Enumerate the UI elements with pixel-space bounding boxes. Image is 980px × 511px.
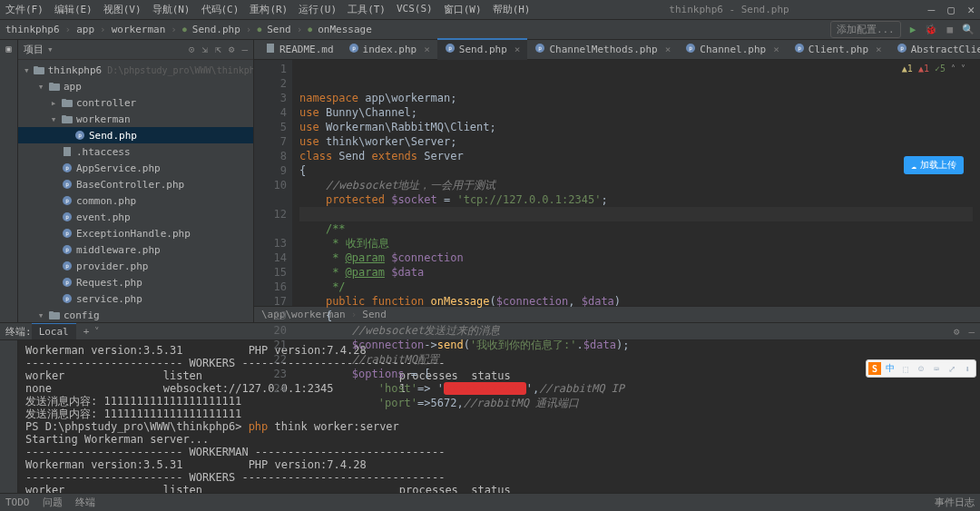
ime-button[interactable]: ⬇ [961, 362, 974, 375]
tree-row[interactable]: pSend.php [18, 127, 253, 143]
breadcrumb-item[interactable]: workerman [112, 24, 166, 35]
menu-item[interactable]: 重构(R) [250, 3, 288, 16]
chevron-down-icon[interactable]: ˅ [94, 326, 100, 338]
run-icon[interactable]: ▶ [910, 24, 916, 35]
expand-all-icon[interactable]: ⇲ [202, 44, 209, 55]
menu-item[interactable]: 导航(N) [152, 3, 191, 16]
menu-item[interactable]: 代码(C) [201, 3, 240, 16]
menu-item[interactable]: 运行(U) [299, 3, 337, 16]
tree-row[interactable]: ▾workerman [18, 111, 253, 127]
code-line[interactable]: */ [299, 280, 973, 294]
search-icon[interactable]: 🔍 [962, 24, 975, 35]
event-log[interactable]: 事件日志 [935, 496, 975, 509]
tool-stripe-left[interactable]: ▣ [0, 40, 18, 322]
tree-row[interactable]: pRequest.php [18, 274, 253, 290]
code-line[interactable]: protected $socket = 'tcp://127.0.0.1:234… [299, 192, 973, 207]
tree-row[interactable]: ▸controller [18, 94, 253, 111]
code-line[interactable] [299, 76, 973, 91]
ime-button[interactable]: S [868, 362, 881, 375]
tree-twisty[interactable]: ▾ [24, 64, 30, 76]
tree-twisty[interactable]: ▾ [36, 310, 45, 321]
tree-row[interactable]: ▾app [18, 78, 253, 94]
tree-row[interactable]: pevent.php [18, 209, 253, 225]
stop-icon[interactable]: ■ [946, 24, 953, 35]
code-line[interactable]: //websocket发送过来的消息 [299, 323, 973, 338]
editor-tab[interactable]: README.md [258, 38, 341, 59]
code-line[interactable]: { [299, 309, 973, 323]
tree-row[interactable]: ▾thinkphp6D:\phpstudy_pro\WWW\thinkphp6 [18, 62, 253, 78]
tree-row[interactable]: pAppService.php [18, 160, 253, 176]
terminal-tab-local[interactable]: Local [32, 323, 76, 339]
code-line[interactable]: { [299, 163, 973, 178]
editor-tab[interactable]: pSend.php× [437, 38, 528, 60]
tree-row[interactable]: .htaccess [18, 143, 253, 160]
inspections-widget[interactable]: ▲1 ▲1 ✓5 ˄ ˅ [902, 64, 965, 74]
menu-item[interactable]: 帮助(H) [493, 3, 531, 16]
close-icon[interactable]: ✕ [967, 3, 975, 16]
code-line[interactable]: * 收到信息 [299, 236, 973, 251]
code-line[interactable] [299, 62, 973, 76]
hide-icon[interactable]: — [241, 44, 248, 55]
ime-button[interactable]: ⌨ [930, 362, 943, 375]
editor-tab[interactable]: pChannelMethods.php× [527, 38, 678, 59]
breadcrumb-item[interactable]: Send [267, 24, 291, 35]
code-line[interactable]: 'host'=> 'xxxxxxxxxxxx',//rabbitMQ IP [299, 381, 973, 396]
breadcrumb-item[interactable]: thinkphp6 [5, 24, 60, 35]
tree-row[interactable]: pBaseController.php [18, 176, 253, 192]
code-line[interactable]: * @param $data [299, 265, 973, 280]
code-editor[interactable]: ▲1 ▲1 ✓5 ˄ ˅ ☁ 加载上传 12345789101213141516… [254, 60, 980, 306]
breadcrumb-item[interactable]: Send.php [192, 24, 240, 35]
tree-row[interactable]: ▾config [18, 307, 253, 322]
collapse-all-icon[interactable]: ⇱ [215, 44, 221, 55]
tree-row[interactable]: pservice.php [18, 290, 253, 307]
tree-twisty[interactable]: ▾ [36, 81, 45, 93]
ime-toolbar[interactable]: S中⬚☺⌨⤢⬇ [866, 359, 976, 378]
tree-row[interactable]: pprovider.php [18, 258, 253, 274]
menu-item[interactable]: 编辑(E) [54, 3, 93, 16]
upload-float-button[interactable]: ☁ 加载上传 [904, 156, 964, 174]
close-tab-icon[interactable]: × [773, 44, 779, 55]
debug-icon[interactable]: 🐞 [925, 24, 937, 35]
code-line[interactable]: namespace app\workerman; [299, 91, 973, 105]
menu-item[interactable]: 工具(T) [348, 3, 386, 16]
tree-twisty[interactable]: ▾ [49, 113, 58, 125]
gear-icon[interactable]: ⚙ [229, 44, 235, 55]
code-line[interactable]: use Bunny\Channel; [299, 105, 973, 120]
close-tab-icon[interactable]: × [424, 44, 430, 55]
menu-item[interactable]: 窗口(W) [444, 3, 482, 16]
ime-button[interactable]: ⬚ [899, 362, 912, 375]
run-config-dropdown[interactable]: 添加配置... [830, 21, 901, 38]
menu-item[interactable]: 视图(V) [103, 3, 142, 16]
minimize-icon[interactable]: — [928, 3, 936, 16]
code-line[interactable]: //websocket地址，一会用于测试 [299, 178, 973, 192]
close-tab-icon[interactable]: × [665, 44, 671, 55]
code-line[interactable] [299, 207, 973, 221]
chevron-down-icon[interactable]: ▾ [47, 44, 54, 55]
breadcrumb-item[interactable]: app [76, 24, 94, 35]
ime-button[interactable]: 中 [884, 362, 897, 375]
tree-row[interactable]: pmiddleware.php [18, 241, 253, 258]
code-line[interactable]: /** [299, 221, 973, 236]
code-line[interactable]: $connection->send('我收到你的信息了:'.$data); [299, 338, 973, 352]
menu-item[interactable]: VCS(S) [397, 3, 433, 16]
status-item-terminal[interactable]: 终端 [75, 496, 95, 509]
ime-button[interactable]: ☺ [915, 362, 927, 375]
close-tab-icon[interactable]: × [876, 44, 882, 55]
editor-tab[interactable]: pAbstractClient.php× [889, 38, 980, 59]
close-tab-icon[interactable]: × [514, 44, 521, 55]
maximize-icon[interactable]: ▢ [947, 3, 955, 16]
select-opened-file-icon[interactable]: ⊙ [189, 44, 195, 55]
status-item-todo[interactable]: TODO [5, 496, 30, 508]
code-line[interactable]: 'port'=>5672,//rabbitMQ 通讯端口 [299, 396, 973, 410]
code-line[interactable]: class Send extends Server [299, 149, 973, 163]
tree-row[interactable]: pcommon.php [18, 192, 253, 209]
editor-tab[interactable]: pindex.php× [341, 38, 437, 59]
tree-twisty[interactable]: ▸ [49, 97, 58, 109]
status-item-problems[interactable]: 问题 [43, 496, 63, 509]
code-line[interactable]: use think\worker\Server; [299, 134, 973, 149]
code-line[interactable]: * @param $connection [299, 251, 973, 265]
ime-button[interactable]: ⤢ [946, 362, 958, 375]
add-terminal-icon[interactable]: + [83, 326, 90, 338]
code-line[interactable]: use Workerman\RabbitMQ\Client; [299, 120, 973, 134]
code-line[interactable]: public function onMessage($connection, $… [299, 294, 973, 309]
